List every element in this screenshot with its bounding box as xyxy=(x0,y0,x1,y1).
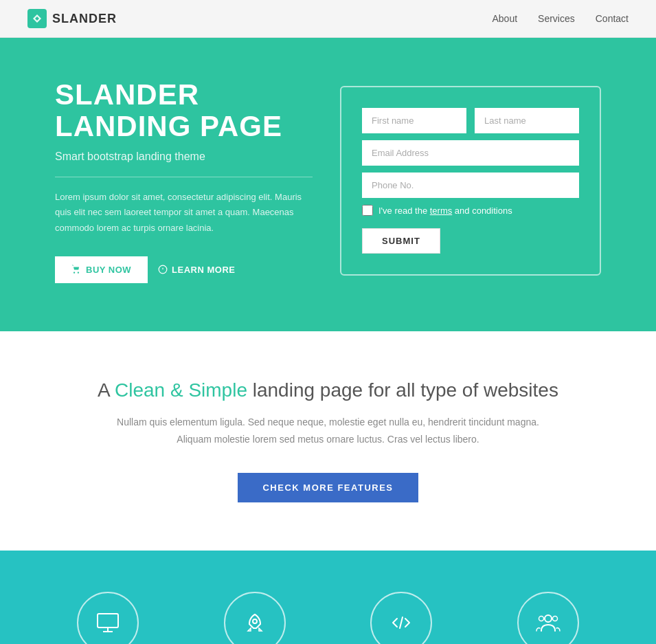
feature-clients: Clients Loving Sed dolor nisl, blandit n… xyxy=(482,592,615,644)
clean-coded-icon-circle xyxy=(370,592,432,644)
last-name-group xyxy=(475,108,579,133)
quick-launch-icon-circle xyxy=(224,592,286,644)
rocket-icon xyxy=(241,609,269,636)
check-features-button[interactable]: CHECK MORE FEATURES xyxy=(238,473,418,502)
users-icon xyxy=(534,609,562,636)
monitor-icon xyxy=(94,609,122,636)
cart-icon xyxy=(71,265,81,274)
navbar: SLANDER About Services Contact xyxy=(0,0,656,38)
svg-point-8 xyxy=(545,615,552,622)
middle-description: Nullam quis elementum ligula. Sed neque … xyxy=(69,414,587,448)
feature-clean-coded: Clean Coded Sed dolor nisl, blandit nec … xyxy=(335,592,468,644)
nav-links: About Services Contact xyxy=(492,13,629,24)
name-row xyxy=(362,108,579,133)
middle-title: A Clean & Simple landing page for all ty… xyxy=(69,379,587,401)
terms-checkbox[interactable] xyxy=(362,205,373,216)
svg-point-9 xyxy=(553,617,558,621)
features-section: Responsive Design Sed dolor nisl, blandi… xyxy=(0,551,656,644)
email-group xyxy=(362,140,579,166)
middle-section: A Clean & Simple landing page for all ty… xyxy=(0,331,656,551)
nav-contact[interactable]: Contact xyxy=(596,13,629,24)
code-icon xyxy=(387,609,415,636)
svg-line-7 xyxy=(400,617,403,628)
brand-icon xyxy=(27,9,47,28)
first-name-input[interactable] xyxy=(362,108,466,133)
hero-subtitle: Smart bootstrap landing theme xyxy=(55,151,313,163)
phone-input[interactable] xyxy=(362,173,579,198)
signup-form: I've read the terms and conditions SUBMI… xyxy=(340,86,601,276)
hero-content: SLANDERLANDING PAGE Smart bootstrap land… xyxy=(55,79,313,283)
nav-services[interactable]: Services xyxy=(538,13,575,24)
learn-more-label: LEARN MORE xyxy=(172,265,235,275)
hero-divider xyxy=(55,177,313,177)
brand-name: SLANDER xyxy=(52,12,117,26)
feature-quick-launch: Quick Launch Sed dolor nisl, blandit nec… xyxy=(188,592,321,644)
clients-icon-circle xyxy=(517,592,579,644)
brand-logo: SLANDER xyxy=(27,9,117,28)
submit-button[interactable]: SUBMIT xyxy=(362,228,440,254)
feature-responsive: Responsive Design Sed dolor nisl, blandi… xyxy=(41,592,174,644)
terms-text: I've read the terms and conditions xyxy=(378,206,512,216)
first-name-group xyxy=(362,108,466,133)
learn-more-button[interactable]: LEARN MORE xyxy=(158,265,235,275)
terms-link[interactable]: terms xyxy=(430,206,453,216)
email-input[interactable] xyxy=(362,140,579,166)
svg-point-10 xyxy=(539,617,544,621)
terms-row: I've read the terms and conditions xyxy=(362,205,579,216)
svg-point-6 xyxy=(253,619,257,623)
middle-title-accent: Clean & Simple xyxy=(115,379,247,401)
info-icon xyxy=(158,265,168,274)
hero-buttons: BUY NOW LEARN MORE xyxy=(55,256,313,283)
last-name-input[interactable] xyxy=(475,108,579,133)
svg-rect-3 xyxy=(98,614,118,628)
hero-description: Lorem ipsum dolor sit amet, consectetur … xyxy=(55,190,313,235)
buy-now-label: BUY NOW xyxy=(86,265,131,275)
buy-now-button[interactable]: BUY NOW xyxy=(55,256,148,283)
responsive-icon-circle xyxy=(77,592,139,644)
phone-group xyxy=(362,173,579,198)
nav-about[interactable]: About xyxy=(492,13,517,24)
hero-section: SLANDERLANDING PAGE Smart bootstrap land… xyxy=(0,38,656,331)
hero-title: SLANDERLANDING PAGE xyxy=(55,79,313,142)
